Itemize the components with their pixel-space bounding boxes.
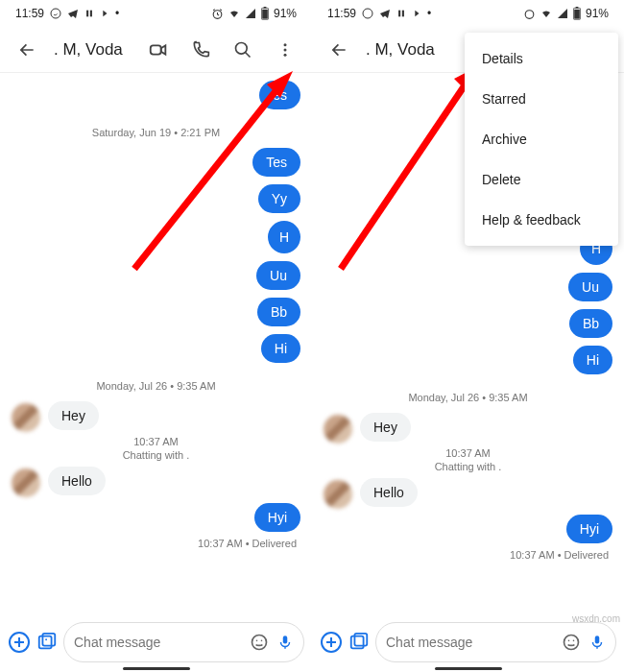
- svg-point-18: [252, 636, 267, 650]
- voice-call-button[interactable]: [181, 31, 220, 69]
- svg-point-9: [284, 43, 287, 46]
- mic-button[interactable]: [588, 634, 606, 651]
- svg-rect-6: [264, 7, 267, 8]
- gallery-button[interactable]: [348, 623, 370, 661]
- message-input[interactable]: [386, 635, 554, 650]
- avatar[interactable]: [324, 415, 352, 444]
- time-label: 10:37 AM: [312, 447, 624, 459]
- wifi-icon: [228, 8, 241, 19]
- svg-point-8: [236, 42, 248, 54]
- arrow-icon: [412, 9, 421, 18]
- message-received[interactable]: Hey: [360, 413, 411, 442]
- dot-icon: •: [427, 7, 431, 20]
- svg-rect-7: [151, 45, 161, 54]
- mic-button[interactable]: [276, 634, 294, 651]
- phone-left: 11:59 •: [0, 0, 312, 672]
- svg-point-19: [256, 640, 258, 642]
- svg-point-22: [363, 9, 372, 18]
- nav-pill[interactable]: [123, 667, 190, 670]
- video-call-button[interactable]: [139, 31, 178, 69]
- svg-rect-28: [576, 7, 579, 8]
- composer: [312, 622, 624, 662]
- svg-rect-2: [90, 11, 92, 17]
- alarm-icon: [523, 8, 536, 20]
- time-label: 10:37 AM: [0, 436, 312, 447]
- status-bar: 11:59 • 91%: [312, 0, 624, 27]
- alarm-icon: [211, 8, 224, 20]
- nav-pill[interactable]: [435, 667, 502, 670]
- message-sent[interactable]: Uu: [568, 273, 612, 301]
- composer: [0, 622, 312, 662]
- add-button[interactable]: [320, 623, 343, 661]
- whatsapp-icon: [50, 8, 61, 19]
- status-time: 11:59: [15, 7, 44, 20]
- svg-rect-5: [262, 10, 268, 19]
- emoji-button[interactable]: [562, 633, 581, 652]
- whatsapp-icon: [362, 8, 373, 19]
- search-button[interactable]: [224, 31, 262, 69]
- svg-rect-37: [595, 636, 600, 643]
- delivered-label: 10:37 AM • Delivered: [312, 549, 624, 561]
- svg-point-25: [525, 10, 534, 18]
- svg-point-0: [51, 9, 60, 18]
- date-separator: Monday, Jul 26 • 9:35 AM: [0, 380, 312, 392]
- message-input-container: [63, 622, 304, 662]
- back-button[interactable]: [8, 31, 46, 69]
- status-bar: 11:59 •: [0, 0, 312, 27]
- wifi-icon: [540, 8, 553, 19]
- emoji-button[interactable]: [250, 633, 269, 652]
- menu-archive[interactable]: Archive: [465, 119, 618, 159]
- gallery-button[interactable]: [36, 623, 58, 661]
- pause-icon: [396, 9, 406, 18]
- overflow-menu: Details Starred Archive Delete Help & fe…: [465, 33, 618, 246]
- menu-details[interactable]: Details: [465, 38, 618, 79]
- avatar[interactable]: [12, 468, 40, 497]
- message-sent[interactable]: Bb: [257, 298, 300, 326]
- menu-starred[interactable]: Starred: [465, 79, 618, 119]
- status-time: 11:59: [327, 7, 356, 20]
- watermark: wsxdn.com: [572, 613, 620, 624]
- svg-rect-1: [86, 11, 88, 17]
- contact-name[interactable]: . M, Voda: [50, 40, 135, 60]
- svg-rect-21: [283, 636, 288, 643]
- telegram-icon: [379, 8, 391, 19]
- dot-icon: •: [115, 7, 119, 20]
- avatar[interactable]: [324, 480, 352, 509]
- menu-delete[interactable]: Delete: [465, 159, 618, 200]
- message-sent[interactable]: Hi: [261, 334, 300, 363]
- svg-point-35: [568, 640, 570, 642]
- svg-point-17: [45, 638, 47, 640]
- conversation-header: . M, Voda: [0, 27, 312, 73]
- svg-rect-23: [398, 11, 400, 17]
- svg-point-20: [261, 640, 263, 642]
- svg-rect-27: [574, 10, 580, 19]
- add-button[interactable]: [8, 623, 31, 661]
- message-received[interactable]: Hello: [360, 478, 418, 507]
- message-sent[interactable]: Hi: [573, 346, 612, 374]
- message-sent[interactable]: Bb: [569, 309, 612, 338]
- more-button[interactable]: [266, 31, 304, 69]
- date-separator: Monday, Jul 26 • 9:35 AM: [312, 392, 624, 403]
- battery-icon: [572, 7, 582, 20]
- svg-point-11: [284, 53, 287, 56]
- phone-right: 11:59 • 91% . M, Voda .: [312, 0, 624, 672]
- arrow-icon: [100, 9, 109, 18]
- menu-help[interactable]: Help & feedback: [465, 200, 618, 240]
- message-input-container: [375, 622, 616, 662]
- pause-icon: [84, 9, 94, 18]
- svg-point-34: [564, 636, 579, 650]
- message-received[interactable]: Hello: [48, 467, 106, 495]
- svg-line-29: [341, 77, 470, 269]
- avatar[interactable]: [12, 403, 40, 432]
- message-received[interactable]: Hey: [48, 401, 99, 430]
- svg-point-10: [284, 48, 287, 51]
- telegram-icon: [67, 8, 79, 19]
- chatting-label: Chatting with .: [312, 461, 624, 472]
- svg-point-36: [573, 640, 575, 642]
- svg-rect-24: [402, 11, 404, 17]
- signal-icon: [245, 8, 256, 19]
- message-input[interactable]: [74, 635, 242, 650]
- annotation-arrow: [125, 67, 307, 278]
- message-sent[interactable]: Hyi: [566, 515, 612, 543]
- message-sent[interactable]: Hyi: [254, 503, 300, 532]
